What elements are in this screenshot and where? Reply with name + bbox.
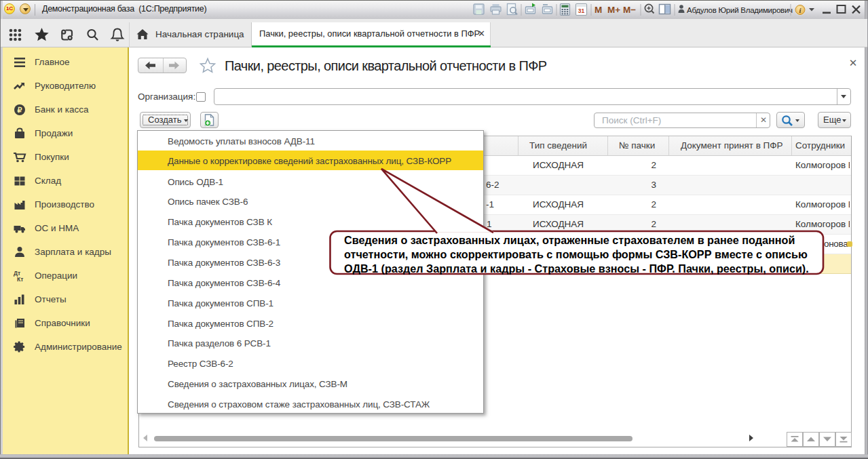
svg-text:M+: M+ bbox=[607, 5, 620, 15]
svg-text:₽: ₽ bbox=[18, 106, 22, 114]
svg-text:ОДВ-1 (раздел Зарплата и кадры: ОДВ-1 (раздел Зарплата и кадры - Страхов… bbox=[344, 262, 809, 275]
svg-text:отчетности, можно скорректиров: отчетности, можно скорректировать с помо… bbox=[344, 248, 808, 260]
svg-text:31: 31 bbox=[578, 7, 585, 14]
svg-text:Сведения о застрахованных лица: Сведения о застрахованных лицах, отражен… bbox=[344, 234, 795, 246]
svg-text:M−: M− bbox=[623, 5, 636, 15]
svg-text:M: M bbox=[595, 5, 602, 15]
svg-text:Кт: Кт bbox=[17, 276, 23, 283]
svg-text:Абдулов Юрий Владимирович: Абдулов Юрий Владимирович bbox=[687, 6, 793, 14]
